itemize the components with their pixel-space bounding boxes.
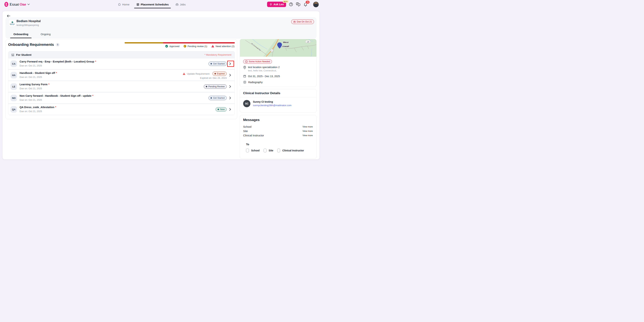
mandatory-asterisk: * — [56, 71, 57, 74]
recipient-checkbox-row: School Site Clinical Instructor — [246, 149, 304, 152]
requirements-progress-bar — [124, 42, 235, 43]
arrow-left-icon — [7, 14, 11, 18]
requirement-initials: LE — [10, 83, 17, 90]
map-graphic: W Cornwall Rd West rnwall 7 128 — [240, 39, 316, 57]
requirement-row[interactable]: LE Learning Survey Form* Due on: Oct 21,… — [8, 81, 234, 92]
status-badge-new[interactable]: New — [216, 107, 227, 112]
to-label: To — [246, 143, 249, 146]
tab-ongoing[interactable]: Ongoing — [37, 33, 54, 38]
tab-onboarding[interactable]: Onboarding — [10, 33, 32, 38]
onboarding-requirements-card: Onboarding Requirements 5 Approved Pendi… — [6, 39, 237, 119]
route-badge-128: 128 — [306, 40, 310, 43]
hospital-logo-cross: ✚ — [11, 21, 13, 23]
status-badge-get-started[interactable]: Get Started — [208, 61, 227, 66]
requirement-row[interactable]: CA Carry Forward req - Emp - Exmpted (Bo… — [8, 58, 234, 69]
svg-text:128: 128 — [306, 41, 309, 43]
open-requirement-button[interactable] — [228, 62, 232, 66]
clinical-instructor-title: Clinical Instructor Details — [243, 91, 280, 95]
mandatory-asterisk: * — [95, 60, 96, 63]
chevron-down-icon — [28, 3, 30, 5]
view-more-link[interactable]: View more — [302, 130, 313, 132]
map-place-label-1: West — [283, 41, 289, 44]
location-map[interactable]: W Cornwall Rd West rnwall 7 128 — [240, 39, 316, 57]
view-more-link[interactable]: View more — [302, 125, 313, 128]
nav-jobs[interactable]: Jobs — [176, 0, 186, 9]
location-name: test location specialization 2 — [248, 66, 280, 69]
brand-name: ExxatOne — [10, 2, 26, 6]
checkbox-clinical-instructor[interactable] — [277, 149, 280, 152]
instructor-avatar: SC — [243, 100, 250, 107]
checkbox-school[interactable] — [246, 149, 249, 152]
chevron-right-icon — [229, 74, 231, 77]
requirement-title: QA Dress_code_Attestation* — [20, 106, 56, 109]
notifications-button[interactable]: 70 — [303, 2, 308, 7]
beta-badge: BETA — [283, 0, 288, 3]
chevron-right-icon — [229, 96, 231, 99]
progress-segment-pending — [124, 42, 163, 43]
requirement-title: Non Carry forward - Handbook - Student S… — [20, 94, 93, 97]
messages-card: Messages School View more Site View more… — [240, 115, 316, 159]
progress-segment-attention — [163, 42, 235, 43]
due-date-badge[interactable]: Due On Oct 21 — [291, 19, 314, 24]
briefcase-icon — [176, 3, 178, 6]
some-action-needed-badge[interactable]: Some Action Needed — [243, 59, 272, 64]
requirement-due: Due on: Oct 21, 2025 — [20, 98, 42, 101]
brand-menu[interactable]: ExxatOne — [4, 0, 30, 9]
chevron-right-icon — [229, 108, 231, 111]
for-student-header: For Student * Mandatory Requirement — [8, 51, 234, 58]
legend-need-attention: Need attention (2) — [211, 45, 234, 48]
hospital-name: Bedlam Hospital — [16, 19, 40, 23]
nav-home[interactable]: Home — [118, 0, 130, 9]
question-circle-icon — [289, 2, 293, 6]
exxat-logo-icon — [4, 2, 8, 7]
instructor-email-link[interactable]: sunnycitesting28th@mailinator.com — [253, 104, 292, 107]
open-requirement-button[interactable] — [228, 85, 232, 89]
location-address: test, hello low, Connecticut, — [248, 69, 280, 72]
notification-count-badge: 70 — [305, 0, 310, 4]
requirement-row[interactable]: QA QA Dress_code_Attestation* Due on: Oc… — [8, 104, 234, 115]
hospital-logo-text2: HOSPITAL — [10, 25, 14, 25]
message-row-school: School View more — [243, 125, 313, 128]
mandatory-asterisk: * — [55, 106, 56, 109]
ask-leo-button[interactable]: Ask Leo BETA — [267, 2, 286, 7]
requirement-due: Due on: Oct 21, 2025 — [20, 76, 42, 78]
top-navigation-bar: ExxatOne Home Placement Schedules Jobs A… — [0, 0, 322, 9]
calendar-icon — [243, 75, 246, 78]
hospital-tabs: Onboarding Ongoing — [10, 33, 54, 38]
open-requirement-button[interactable] — [228, 107, 232, 111]
legend-pending-review: Pending review (1) — [184, 45, 207, 48]
clinical-instructor-card: Clinical Instructor Details SC Sunny CI … — [240, 89, 316, 113]
app-root: ExxatOne Home Placement Schedules Jobs A… — [0, 0, 322, 161]
status-badge-pending-review[interactable]: Pending Review — [204, 84, 227, 89]
leo-spark-icon — [270, 3, 272, 6]
support-chat-button[interactable] — [296, 2, 300, 7]
user-avatar[interactable] — [313, 2, 319, 7]
chat-question-icon — [296, 2, 300, 6]
help-button[interactable] — [289, 2, 293, 7]
program-row: Radiography — [243, 81, 262, 84]
program-name: Radiography — [248, 81, 262, 84]
status-badge-get-started[interactable]: Get Started — [208, 96, 227, 100]
for-student-title: For Student — [16, 53, 31, 56]
home-icon — [118, 3, 121, 6]
messages-title: Messages — [243, 118, 260, 122]
requirement-title: Learning Survey Form* — [20, 83, 50, 86]
requirement-initials: HA — [10, 72, 17, 78]
checkbox-site[interactable] — [264, 149, 266, 152]
update-requirement-label: Update Requirement — [182, 72, 210, 75]
requirement-row[interactable]: NO Non Carry forward - Handbook - Studen… — [8, 92, 234, 103]
mandatory-note: * Mandatory Requirement — [204, 53, 231, 56]
requirement-row[interactable]: HA Handbook - Student Sign off* Due on: … — [8, 70, 234, 81]
chevron-right-icon — [229, 85, 231, 88]
requirement-due: Due on: Oct 21, 2025 — [20, 64, 42, 67]
requirement-initials: CA — [10, 60, 17, 67]
expired-on-label: Expired on: Dec 23, 2023 — [200, 77, 227, 79]
status-badge-expired[interactable]: Expired — [212, 71, 227, 76]
nav-placement-schedules[interactable]: Placement Schedules — [136, 0, 168, 9]
open-requirement-button[interactable] — [228, 96, 232, 100]
hospital-subtitle: testing28thqaexpiring — [16, 24, 39, 26]
requirement-title: Handbook - Student Sign off* — [20, 71, 57, 74]
view-more-link[interactable]: View more — [302, 134, 313, 137]
status-legend: Approved Pending review (1) Need attenti… — [165, 45, 234, 48]
open-requirement-button[interactable] — [228, 73, 232, 77]
